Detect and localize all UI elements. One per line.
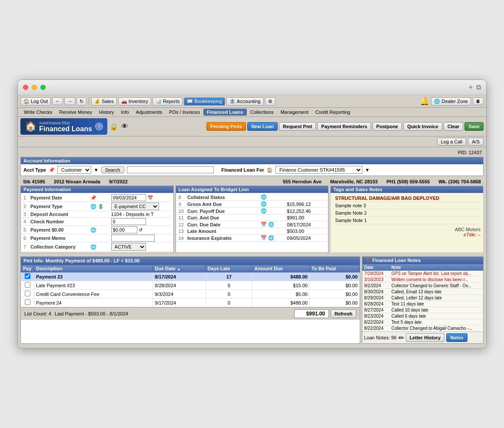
calendar-icon3[interactable]: 📅 (261, 235, 267, 240)
menu-bar: Write Checks Receive Money History Info … (18, 108, 486, 117)
info-menu[interactable]: Info (117, 109, 132, 116)
calendar-icon[interactable]: 📅 (147, 195, 153, 200)
globe-icon5[interactable]: 🌐 (261, 201, 267, 206)
col-due-date[interactable]: Due Date ▲ (153, 265, 206, 272)
as-button[interactable]: A/S (468, 138, 484, 146)
globe-icon7[interactable]: 🌐 (268, 222, 274, 227)
accounting-nav-button[interactable]: 🏦 Accounting (226, 97, 263, 106)
clear-button[interactable]: Clear (444, 122, 464, 131)
payment-memo-input[interactable] (111, 235, 155, 242)
sales-icon: 💰 (94, 99, 100, 104)
globe-icon6[interactable]: 🌐 (261, 208, 267, 213)
letter-history-button[interactable]: Letter History (406, 333, 445, 342)
row-checkbox[interactable] (25, 273, 30, 279)
payment-type-select[interactable]: E-payment CC (111, 202, 159, 210)
globe-icon4[interactable]: 🌐 (261, 194, 267, 199)
dealer-zone-button[interactable]: 🌐 Dealer Zone (431, 97, 471, 106)
note-text: GPS on Tamper Alert list. Last report da… (390, 271, 483, 277)
bell-icon[interactable]: 🔔 (420, 96, 429, 106)
globe-icon2[interactable]: 🌐 (90, 227, 96, 232)
back-button[interactable]: ← (52, 97, 63, 105)
globe-icon8[interactable]: 🌐 (268, 235, 274, 240)
list-item: 8/22/2024 Collector Changed to Abigail C… (362, 325, 483, 332)
reports-nav-button[interactable]: 📊 Reports (153, 97, 183, 106)
financed-for-select[interactable]: Finance Customer STK#41595 (275, 166, 362, 174)
lock-icon[interactable]: 🔒 (109, 122, 119, 132)
new-loan-button[interactable]: New Loan (247, 122, 278, 131)
request-pmt-button[interactable]: Request Pmt (279, 122, 316, 131)
sales-nav-button[interactable]: 💰 Sales (91, 97, 117, 106)
quick-invoice-button[interactable]: Quick Invoice (403, 122, 442, 131)
postpone-button[interactable]: Postpone (372, 122, 402, 131)
table-row: 13 Late Amount $503.00 (177, 228, 328, 235)
row-checkbox[interactable] (25, 299, 30, 305)
checkbox-cell[interactable] (21, 290, 34, 299)
row-checkbox[interactable] (25, 282, 30, 288)
write-checks-menu[interactable]: Write Checks (20, 109, 56, 116)
new-tab-button[interactable]: + (469, 83, 473, 91)
management-menu[interactable]: Management (277, 109, 312, 116)
close-button[interactable] (23, 85, 28, 90)
minimize-button[interactable] (32, 85, 37, 90)
days-late-cell: 0 (206, 290, 252, 299)
checkbox-cell[interactable] (21, 272, 34, 281)
logo-subtitle: AutoFinance Plus (39, 121, 70, 125)
credit-reporting-menu[interactable]: Credit Reporting (312, 109, 354, 116)
calendar-icon2[interactable]: 📅 (261, 222, 267, 227)
forward-button[interactable]: → (64, 97, 75, 105)
table-row: 4 Check Number (22, 218, 172, 226)
log-a-call-button[interactable]: Log a Call (437, 138, 467, 146)
note-date: 8/23/2024 (362, 313, 390, 319)
search-button[interactable]: Search (101, 166, 124, 173)
inventory-nav-button[interactable]: 🚗 Inventory (118, 97, 151, 106)
list-item: 8/30/2024 Called, Email 13 days late (362, 289, 483, 295)
list-item: 8/23/2024 Called 6 days late (362, 313, 483, 319)
logout-button[interactable]: 🏠 Log Out (20, 97, 51, 106)
checkbox-cell[interactable] (21, 281, 34, 290)
acct-type-select[interactable]: Customer (57, 166, 91, 174)
list-item: 8/28/2024 Text 11 days late (362, 301, 483, 307)
dollar-icon[interactable]: 💲 (98, 204, 104, 209)
receive-money-menu[interactable]: Receive Money (56, 109, 96, 116)
loan-notes-panel: 📍 Financed Loan Notes Date Note 7/29/202… (362, 256, 484, 344)
check-number-input[interactable] (111, 218, 146, 225)
globe-icon3[interactable]: 🌐 (90, 244, 96, 249)
history-menu[interactable]: History (96, 109, 117, 116)
refresh-nav-button[interactable]: ↻ (76, 97, 86, 106)
window-manage-button[interactable]: ⧉ (476, 83, 481, 91)
due-date-cell: 8/17/2024 (153, 272, 206, 281)
settings-nav-button[interactable]: ⚙ (265, 97, 275, 106)
adjustments-menu[interactable]: Adjustments (133, 109, 166, 116)
financed-loans-menu[interactable]: Financed Loans (203, 109, 247, 116)
to-be-paid-cell: $0.00 (309, 299, 359, 307)
refresh-icon[interactable]: ↺ (139, 227, 143, 232)
payment-reminders-button[interactable]: Payment Reminders (317, 122, 371, 131)
calculator-button[interactable]: 🖩 (473, 97, 484, 105)
notes-button[interactable]: Notes (446, 333, 468, 342)
note-date: 8/27/2024 (362, 307, 390, 313)
payment-info-header: Payment Information (21, 186, 173, 193)
pos-invoices-menu[interactable]: POs / Invoices (166, 109, 203, 116)
row-checkbox[interactable] (25, 291, 30, 296)
edit-icon[interactable]: ✏ (398, 334, 404, 342)
search-input[interactable] (127, 166, 214, 173)
refresh-button[interactable]: Refresh (331, 309, 356, 318)
eye-icon[interactable]: 👁 (120, 122, 129, 131)
checkbox-cell[interactable] (21, 299, 34, 307)
note-text: Called, Email 13 days late (390, 289, 483, 295)
payment-date-input[interactable] (111, 194, 146, 201)
collections-menu[interactable]: Collections (247, 109, 277, 116)
tag-note-1: STRUCTURAL DAMAGE/AIR BAG DEPLOYED (333, 195, 481, 202)
maximize-button[interactable] (40, 85, 46, 90)
help-button[interactable]: ? (95, 123, 103, 130)
table-row: 12 Curr. Due Date 📅 🌐 08/17/2024 (177, 221, 328, 228)
bookkeeping-nav-button[interactable]: 📖 Bookkeeping (184, 97, 225, 106)
etitle-link[interactable]: eTitle: – (464, 232, 481, 237)
list-item: 9/2/2024 Collector Changed to Generic St… (362, 283, 483, 289)
collection-category-select[interactable]: ACTIVE (111, 243, 146, 251)
save-button[interactable]: Save (464, 122, 484, 131)
dealer-name: ABC Motors (455, 227, 481, 232)
payment-amount-input[interactable] (111, 226, 137, 233)
pending-pmts-button[interactable]: Pending Pmts (206, 122, 246, 131)
globe-icon[interactable]: 🌐 (90, 204, 96, 209)
